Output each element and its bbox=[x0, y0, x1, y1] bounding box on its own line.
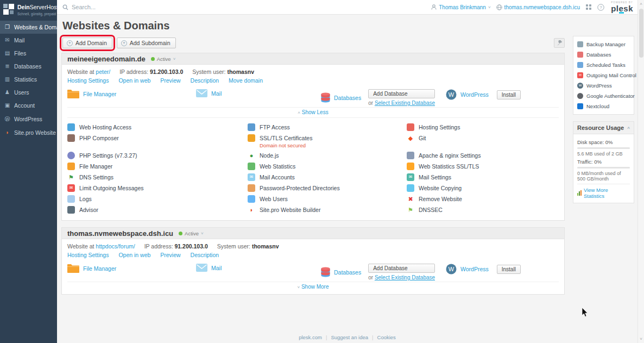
add-domain-button[interactable]: + Add Domain bbox=[62, 38, 112, 48]
description-link[interactable]: Description bbox=[191, 252, 219, 258]
mail-quick[interactable]: Mail bbox=[196, 264, 321, 272]
sidebar-item-users[interactable]: ♟ Users bbox=[0, 86, 57, 99]
tool-scheduled-tasks[interactable]: Scheduled Tasks bbox=[577, 60, 630, 70]
footer-cookies-link[interactable]: Cookies bbox=[377, 334, 396, 340]
add-subdomain-button[interactable]: + Add Subdomain bbox=[117, 38, 176, 48]
status-badge[interactable]: Active ˅ bbox=[151, 56, 176, 62]
plus-circle-icon: + bbox=[67, 40, 73, 46]
feature-php-composer[interactable]: PHP Composer bbox=[67, 133, 248, 150]
feature-nodejs[interactable]: ●Node.js bbox=[248, 150, 407, 161]
chevron-down-icon: ˅ bbox=[488, 5, 491, 10]
wordpress-install-button[interactable]: Install bbox=[497, 265, 521, 274]
file-manager-quick[interactable]: File Manager bbox=[67, 264, 196, 273]
status-badge[interactable]: Active ˅ bbox=[179, 230, 204, 236]
feature-dns-settings[interactable]: ⚑DNS Settings bbox=[67, 172, 248, 183]
password-folder-icon bbox=[248, 184, 255, 192]
sidebar-item-wordpress[interactable]: Ⓦ WordPress bbox=[0, 112, 57, 126]
feature-git[interactable]: ◆Git bbox=[407, 133, 559, 150]
preview-link[interactable]: Preview bbox=[160, 77, 180, 84]
wordpress-link[interactable]: WordPress bbox=[460, 91, 489, 98]
tools-settings-button[interactable] bbox=[554, 38, 565, 48]
chevron-up-icon: ˄ bbox=[627, 126, 630, 130]
wordpress-link[interactable]: WordPress bbox=[460, 266, 489, 272]
select-existing-database-link[interactable]: Select Existing Database bbox=[375, 100, 435, 106]
hosting-settings-link[interactable]: Hosting Settings bbox=[67, 77, 109, 84]
view-more-statistics[interactable]: View More Statistics bbox=[577, 184, 630, 199]
tool-outgoing-mail-control[interactable]: ✉Outgoing Mail Control bbox=[577, 70, 630, 80]
wrench-icon bbox=[557, 40, 563, 46]
feature-php-settings[interactable]: PHP Settings (v7.3.27) bbox=[67, 150, 248, 161]
move-domain-link[interactable]: Move domain bbox=[229, 77, 263, 84]
sidebar-item-databases[interactable]: ≣ Databases bbox=[0, 60, 57, 73]
whats-new-button[interactable] bbox=[585, 4, 592, 10]
footer-plesk-com-link[interactable]: plesk.com bbox=[299, 334, 322, 340]
feature-mail-settings[interactable]: ✉Mail Settings bbox=[407, 172, 559, 183]
add-database-button[interactable]: Add Database bbox=[368, 264, 435, 273]
feature-file-manager[interactable]: File Manager bbox=[67, 161, 248, 172]
open-in-web-link[interactable]: Open in web bbox=[118, 77, 150, 84]
user-menu[interactable]: Thomas Brinkmann˅ bbox=[431, 4, 490, 10]
feature-hosting-settings[interactable]: Hosting Settings bbox=[407, 122, 559, 133]
tool-google-authenticator[interactable]: Google Authenticator bbox=[577, 91, 630, 101]
hosting-settings-link[interactable]: Hosting Settings bbox=[67, 252, 109, 258]
feature-sitepro-builder[interactable]: ◗Site.pro Website Builder bbox=[248, 204, 407, 215]
docroot-link[interactable]: httpdocs/forum/ bbox=[96, 243, 135, 250]
description-link[interactable]: Description bbox=[191, 77, 219, 84]
footer-suggest-idea-link[interactable]: Suggest an idea bbox=[331, 334, 368, 340]
open-in-web-link[interactable]: Open in web bbox=[118, 252, 150, 258]
sidebar-item-mail[interactable]: ✉ Mail bbox=[0, 34, 57, 47]
tool-wordpress[interactable]: WWordPress bbox=[577, 80, 630, 91]
sidebar-item-account[interactable]: ▣ Account bbox=[0, 99, 57, 112]
mail-envelope-icon bbox=[196, 264, 207, 272]
tool-backup-manager[interactable]: Backup Manager bbox=[577, 39, 630, 49]
preview-link[interactable]: Preview bbox=[160, 252, 180, 258]
domain-name: meineeigenedomain.de bbox=[67, 55, 146, 63]
server-tools-panel: Backup Manager Databases Scheduled Tasks… bbox=[573, 36, 634, 115]
wordpress-install-button[interactable]: Install bbox=[497, 90, 521, 99]
databases-link[interactable]: Databases bbox=[334, 269, 361, 276]
tool-databases[interactable]: Databases bbox=[577, 49, 630, 60]
ssl-lock-icon bbox=[248, 134, 255, 142]
sidebar-item-files[interactable]: ▤ Files bbox=[0, 47, 57, 60]
feature-web-users[interactable]: Web Users bbox=[248, 194, 407, 204]
feature-apache-nginx-settings[interactable]: Apache & nginx Settings bbox=[407, 150, 559, 161]
sidebar-item-websites-domains[interactable]: ❐ Websites & Domains bbox=[0, 21, 57, 34]
feature-dnssec[interactable]: ⚑DNSSEC bbox=[407, 204, 559, 215]
show-less-toggle[interactable]: ˄ Show Less bbox=[67, 107, 559, 117]
help-button[interactable]: ? bbox=[597, 4, 604, 11]
feature-mail-accounts[interactable]: ✉Mail Accounts bbox=[248, 172, 407, 183]
domain-info-line: Website at httpdocs/forum/ IP address: 9… bbox=[67, 242, 559, 251]
file-manager-quick[interactable]: File Manager bbox=[67, 89, 196, 98]
resource-usage-header[interactable]: Resource Usage ˄ bbox=[573, 122, 634, 134]
feature-advisor[interactable]: Advisor bbox=[67, 204, 248, 215]
show-more-toggle[interactable]: ˅ Show More bbox=[67, 282, 559, 292]
scrollbar-thumb[interactable] bbox=[639, 9, 643, 58]
databases-link[interactable]: Databases bbox=[334, 95, 361, 101]
domain-info-line: Website at peter/ IP address: 91.200.103… bbox=[67, 67, 559, 76]
feature-web-hosting-access[interactable]: Web Hosting Access bbox=[67, 122, 248, 133]
tool-nextcloud[interactable]: Nextcloud bbox=[577, 101, 630, 111]
feature-limit-outgoing-messages[interactable]: ✉Limit Outgoing Messages bbox=[67, 183, 248, 194]
subscription-switcher[interactable]: thomas.nvmewebspace.dsh.icu bbox=[496, 4, 580, 10]
feature-web-statistics-ssl[interactable]: Web Statistics SSL/TLS bbox=[407, 161, 559, 172]
docroot-link[interactable]: peter/ bbox=[96, 68, 110, 75]
scroll-up-arrow[interactable]: ˄ bbox=[638, 2, 644, 7]
add-database-button[interactable]: Add Database bbox=[368, 89, 435, 98]
scroll-down-arrow[interactable]: ˅ bbox=[638, 336, 644, 341]
apache-nginx-icon bbox=[407, 152, 414, 159]
feature-website-copying[interactable]: Website Copying bbox=[407, 183, 559, 194]
sidebar-item-statistics[interactable]: ▥ Statistics bbox=[0, 73, 57, 86]
feature-password-protected-directories[interactable]: Password-Protected Directories bbox=[248, 183, 407, 194]
chevron-down-icon: ˅ bbox=[201, 231, 204, 236]
feature-ftp-access[interactable]: FTP Access bbox=[248, 122, 407, 133]
feature-web-statistics[interactable]: Web Statistics bbox=[248, 161, 407, 172]
mail-quick[interactable]: Mail bbox=[196, 89, 321, 97]
search-input[interactable]: Search... bbox=[62, 4, 431, 10]
feature-logs[interactable]: Logs bbox=[67, 194, 248, 204]
select-existing-database-link[interactable]: Select Existing Database bbox=[375, 275, 435, 280]
sidebar-item-sitepro-builder[interactable]: ◗ Site.pro Website Builder bbox=[0, 126, 57, 139]
traffic-caption: 0 MB/month used of 500 GB/month bbox=[577, 171, 630, 182]
scrollbar[interactable]: ˄ ˅ bbox=[637, 0, 644, 343]
feature-ssl-tls-certificates[interactable]: SSL/TLS CertificatesDomain not secured bbox=[248, 133, 407, 150]
feature-remove-website[interactable]: ✖Remove Website bbox=[407, 194, 559, 204]
